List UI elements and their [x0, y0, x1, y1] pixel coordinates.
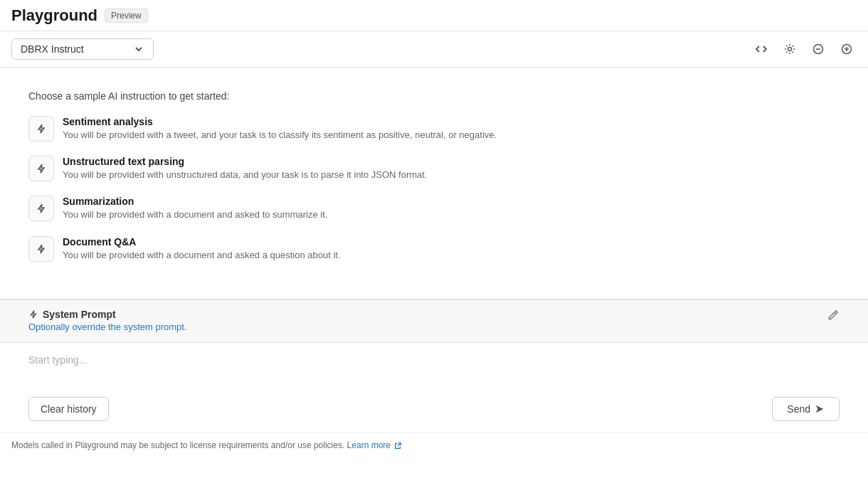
chevron-down-icon — [133, 43, 144, 55]
sample-item-title-2: Summarization — [63, 196, 327, 207]
lightning-icon-1 — [36, 163, 47, 174]
chat-input-placeholder[interactable]: Start typing... — [28, 354, 840, 383]
sample-item-text-1: Unstructured text parsing You will be pr… — [63, 156, 428, 181]
svg-line-6 — [835, 312, 836, 314]
system-prompt-section: System Prompt Optionally override the sy… — [0, 299, 868, 342]
sample-item-icon-box-2 — [28, 196, 54, 221]
header: Playground Preview — [0, 0, 868, 31]
send-button[interactable]: Send — [772, 397, 840, 421]
learn-more-link[interactable]: Learn more — [347, 440, 402, 450]
lightning-icon-2 — [36, 203, 47, 214]
sample-item-desc-1: You will be provided with unstructured d… — [63, 169, 428, 181]
svg-marker-7 — [816, 405, 824, 413]
sample-instructions: Choose a sample AI instruction to get st… — [0, 68, 868, 299]
list-item[interactable]: Unstructured text parsing You will be pr… — [28, 156, 840, 181]
settings-button[interactable] — [780, 39, 800, 59]
chat-actions: Clear history Send — [28, 397, 840, 421]
lightning-icon-0 — [36, 123, 47, 134]
external-link-icon — [394, 442, 401, 450]
model-selector-value: DBRX Instruct — [21, 43, 84, 55]
clear-history-button[interactable]: Clear history — [28, 397, 109, 421]
gear-icon — [784, 43, 795, 55]
svg-point-0 — [788, 48, 792, 51]
code-icon — [756, 43, 767, 55]
plus-button[interactable] — [837, 39, 857, 59]
sample-item-text-0: Sentiment analysis You will be provided … — [63, 116, 497, 142]
sample-item-title-1: Unstructured text parsing — [63, 156, 428, 167]
edit-system-prompt-button[interactable] — [827, 309, 840, 324]
toolbar-actions — [751, 39, 857, 59]
send-label: Send — [787, 403, 810, 415]
lightning-icon-3 — [36, 243, 47, 255]
system-prompt-label: System Prompt — [28, 309, 187, 320]
send-icon — [815, 404, 825, 414]
sample-item-title-0: Sentiment analysis — [63, 116, 497, 127]
page-title: Playground — [11, 6, 97, 25]
minus-button[interactable] — [808, 39, 828, 59]
system-prompt-content: System Prompt Optionally override the sy… — [28, 309, 187, 332]
sample-item-desc-3: You will be provided with a document and… — [63, 249, 341, 262]
list-item[interactable]: Summarization You will be provided with … — [28, 196, 840, 221]
sample-instructions-heading: Choose a sample AI instruction to get st… — [28, 90, 840, 102]
sample-item-desc-2: You will be provided with a document and… — [63, 208, 327, 221]
plus-circle-icon — [841, 43, 852, 55]
footer-text: Models called in Playground may be subje… — [11, 440, 344, 450]
list-item[interactable]: Sentiment analysis You will be provided … — [28, 116, 840, 142]
sample-item-text-2: Summarization You will be provided with … — [63, 196, 327, 221]
preview-badge: Preview — [105, 9, 148, 23]
list-item[interactable]: Document Q&A You will be provided with a… — [28, 236, 840, 262]
sample-item-desc-0: You will be provided with a tweet, and y… — [63, 129, 497, 142]
code-view-button[interactable] — [751, 39, 771, 59]
main-area: Choose a sample AI instruction to get st… — [0, 68, 868, 299]
chat-input-area: Start typing... Clear history Send — [0, 342, 868, 432]
lightning-icon-system — [28, 309, 38, 319]
sample-item-title-3: Document Q&A — [63, 236, 341, 248]
pencil-icon — [827, 309, 840, 322]
sample-item-icon-box-3 — [28, 236, 54, 262]
system-prompt-placeholder: Optionally override the system prompt. — [28, 322, 187, 332]
footer: Models called in Playground may be subje… — [0, 432, 868, 457]
sample-item-icon-box-1 — [28, 156, 54, 181]
minus-circle-icon — [813, 43, 824, 55]
sample-item-icon-box-0 — [28, 116, 54, 142]
sample-item-text-3: Document Q&A You will be provided with a… — [63, 236, 341, 262]
toolbar: DBRX Instruct — [0, 31, 868, 68]
model-selector[interactable]: DBRX Instruct — [11, 38, 154, 60]
